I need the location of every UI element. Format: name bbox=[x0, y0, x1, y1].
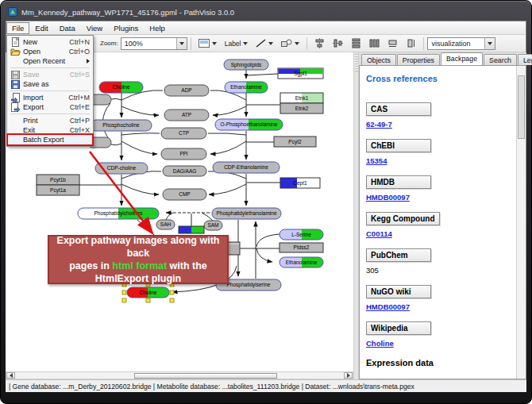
selection-handle[interactable] bbox=[122, 298, 126, 302]
pathway-node-etnk2[interactable]: Etnk2 bbox=[280, 103, 323, 114]
splitter-handle-icon[interactable] bbox=[355, 54, 358, 71]
file-menu-item-print[interactable]: PrintCtrl+P bbox=[8, 116, 92, 125]
crossref-link[interactable]: 62-49-7 bbox=[366, 120, 513, 129]
tab-properties[interactable]: Properties bbox=[397, 54, 440, 65]
pathway-node-o-phosphoethanolamine[interactable]: O-Phosphoethanolamine bbox=[215, 119, 283, 130]
pathway-node-etnk1[interactable]: Etnk1 bbox=[280, 93, 323, 103]
visualization-combobox[interactable]: visualization bbox=[427, 37, 495, 50]
file-menu-item-exit[interactable]: ExitCtrl+X bbox=[8, 125, 92, 135]
selection-handle[interactable] bbox=[122, 290, 126, 294]
canvas-horizontal-scrollbar[interactable] bbox=[6, 371, 353, 379]
align-vertical-center-button[interactable] bbox=[329, 37, 347, 51]
node-label: Ethanolamine bbox=[286, 260, 318, 265]
pathway-node-sgpl1[interactable]: Sgpl1 bbox=[278, 68, 323, 79]
selection-handle[interactable] bbox=[170, 290, 174, 294]
panel-scrollbar[interactable] bbox=[516, 66, 526, 379]
file-menu-item-batch-export[interactable]: Batch Export bbox=[8, 135, 92, 144]
zoom-combobox[interactable]: 100% bbox=[121, 37, 187, 50]
menu-item-label: Export bbox=[21, 103, 70, 111]
pathway-node-pemt-box[interactable] bbox=[179, 226, 204, 233]
selection-handle[interactable] bbox=[146, 298, 150, 302]
tab-legend[interactable]: Legend bbox=[518, 54, 532, 65]
zoom-dropdown-arrow-icon[interactable] bbox=[176, 38, 187, 49]
crossref-link[interactable]: C00114 bbox=[366, 229, 513, 238]
pathway-node-pcyt1a[interactable]: Pcyt1a bbox=[37, 185, 79, 195]
pathway-node-phosphocholine[interactable]: Phosphocholine bbox=[91, 120, 152, 131]
datanode-tool-button[interactable] bbox=[195, 37, 221, 51]
node-label: Etnk1 bbox=[295, 95, 309, 101]
file-menu-item-open[interactable]: OpenCtrl+O bbox=[8, 47, 92, 56]
menu-item-shortcut: Ctrl+O bbox=[69, 48, 90, 56]
panel-splitter[interactable] bbox=[353, 52, 359, 379]
menu-help[interactable]: Help bbox=[144, 22, 171, 34]
visualization-dropdown-arrow-icon[interactable] bbox=[484, 38, 495, 49]
pathway-node-sam[interactable]: SAM bbox=[204, 221, 222, 230]
pathway-node-sah[interactable]: SAH bbox=[156, 220, 175, 229]
menu-edit[interactable]: Edit bbox=[29, 22, 53, 34]
stack-vertical-button[interactable] bbox=[347, 37, 365, 51]
label-tool-button[interactable]: Label bbox=[221, 37, 253, 51]
pathway-node-adp[interactable]: ADP bbox=[164, 85, 209, 96]
pathway-node-ctp[interactable]: CTP bbox=[161, 128, 206, 139]
pathway-node-ptdss2[interactable]: Ptdss2 bbox=[279, 243, 323, 252]
crossref-link[interactable]: Choline bbox=[366, 339, 513, 348]
pathway-node-pcyt1b[interactable]: Pcyt1b bbox=[37, 175, 79, 185]
file-menu-item-export[interactable]: ExportCtrl+E bbox=[8, 102, 92, 112]
pathway-node-atp[interactable]: ATP bbox=[164, 110, 209, 121]
pathway-node-l-serine[interactable]: L-Serine bbox=[279, 229, 323, 240]
pathway-node-cdp-choline[interactable]: CDP-choline bbox=[95, 163, 148, 174]
pathway-node-phosphatidylethanolamine[interactable]: Phosphatidylethanolamine bbox=[212, 208, 281, 219]
menu-data[interactable]: Data bbox=[54, 22, 81, 34]
tab-backpage[interactable]: Backpage bbox=[441, 52, 483, 65]
pathway-node-ethanolamine[interactable]: Ethanolamine bbox=[225, 82, 268, 93]
common-height-button[interactable] bbox=[402, 37, 420, 51]
file-menu-item-open-recent[interactable]: Open Recent bbox=[8, 56, 92, 66]
submenu-arrow-icon bbox=[87, 59, 90, 63]
menu-item-label: Save as bbox=[21, 80, 90, 88]
file-menu-item-save[interactable]: SaveCtrl+S bbox=[8, 70, 92, 79]
file-menu-item-save-as[interactable]: Save as bbox=[8, 79, 92, 89]
selection-handle[interactable] bbox=[170, 298, 174, 302]
scroll-left-button[interactable] bbox=[6, 372, 15, 379]
pathway-node-ppi[interactable]: PPi bbox=[161, 148, 206, 160]
crossref-link[interactable]: 15354 bbox=[366, 156, 513, 165]
file-menu-item-import[interactable]: ImportCtrl+M bbox=[8, 93, 92, 102]
menu-plugins[interactable]: Plugins bbox=[108, 22, 144, 34]
annotation-line-1: Export pathway images along with back bbox=[49, 234, 227, 260]
node-label: O-Phosphoethanolamine bbox=[221, 121, 278, 128]
crossref-link[interactable]: HMDB00097 bbox=[366, 302, 513, 311]
pathway-node-cmp[interactable]: CMP bbox=[163, 189, 206, 200]
pathway-node-cdp-ethanolamine[interactable]: CDP-Ethanolamine bbox=[213, 162, 279, 173]
crossref-source-header: PubChem bbox=[366, 248, 431, 262]
menu-view[interactable]: View bbox=[81, 22, 108, 34]
pathway-node-sphingolipids[interactable]: Sphingolipids bbox=[224, 60, 268, 70]
menu-file[interactable]: File bbox=[6, 22, 29, 34]
pathway-node-cept1[interactable]: Cept1 bbox=[280, 178, 320, 188]
pathway-node-choline[interactable]: Choline bbox=[99, 82, 143, 93]
shape-tool-button[interactable] bbox=[277, 37, 303, 51]
app-icon bbox=[8, 7, 17, 17]
pathway-node-phosphatidylcholines[interactable]: Phosphatidylcholines bbox=[78, 208, 159, 219]
annotation-line-2: pages in html format with the bbox=[49, 260, 227, 272]
pathway-node-dag-aag[interactable]: DAG/AAG bbox=[163, 166, 206, 176]
file-menu-item-new[interactable]: NewCtrl+N bbox=[8, 37, 92, 47]
menu-separator bbox=[10, 114, 90, 114]
scrollbar-thumb[interactable] bbox=[134, 373, 277, 379]
scroll-right-button[interactable] bbox=[344, 372, 353, 379]
common-width-button[interactable] bbox=[384, 37, 402, 51]
save-icon bbox=[10, 71, 21, 79]
tab-objects[interactable]: Objects bbox=[361, 54, 396, 65]
file-menu: NewCtrl+NOpenCtrl+OOpen RecentSaveCtrl+S… bbox=[6, 35, 94, 147]
open-icon bbox=[10, 48, 21, 56]
align-horizontal-center-button[interactable] bbox=[310, 37, 329, 51]
pathway-node-choline-selected[interactable]: Choline bbox=[122, 283, 174, 302]
pathway-node-pcyt2[interactable]: Pcyt2 bbox=[274, 137, 316, 147]
pathway-node-ethanolamine-2[interactable]: Ethanolamine bbox=[279, 257, 323, 267]
tab-search[interactable]: Search bbox=[484, 54, 517, 65]
panel-scrollbar-thumb[interactable] bbox=[518, 75, 525, 139]
common-height-icon bbox=[406, 38, 416, 48]
line-tool-button[interactable] bbox=[252, 37, 277, 51]
stack-horizontal-button[interactable] bbox=[365, 37, 384, 51]
crossref-link[interactable]: HMDB00097 bbox=[366, 193, 513, 202]
node-label: ADP bbox=[181, 87, 191, 93]
